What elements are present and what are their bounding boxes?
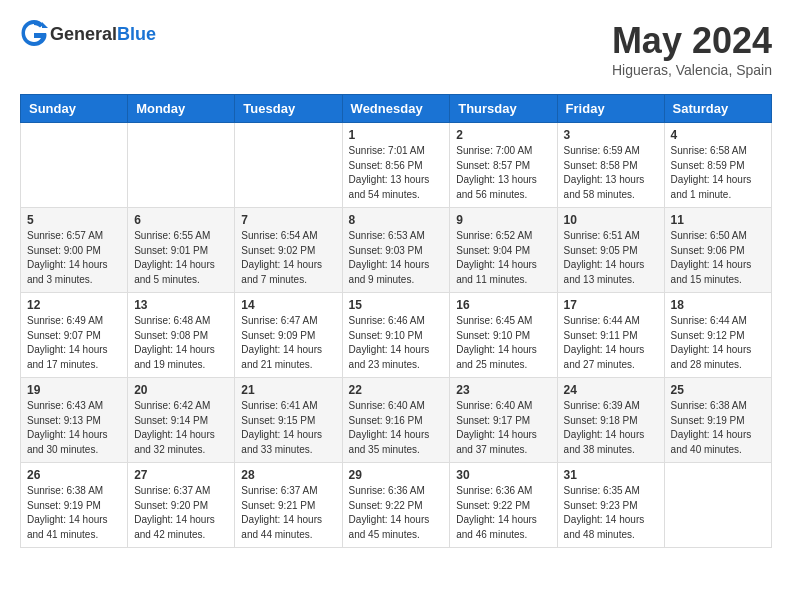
day-cell-3-3: 14Sunrise: 6:47 AMSunset: 9:09 PMDayligh… — [235, 293, 342, 378]
day-info: Sunrise: 6:38 AMSunset: 9:19 PMDaylight:… — [27, 484, 121, 542]
logo-icon — [20, 20, 48, 48]
day-info: Sunrise: 6:49 AMSunset: 9:07 PMDaylight:… — [27, 314, 121, 372]
logo-general: General — [50, 24, 117, 44]
day-number: 5 — [27, 213, 121, 227]
days-of-week-row: Sunday Monday Tuesday Wednesday Thursday… — [21, 95, 772, 123]
day-info: Sunrise: 6:43 AMSunset: 9:13 PMDaylight:… — [27, 399, 121, 457]
day-cell-4-2: 20Sunrise: 6:42 AMSunset: 9:14 PMDayligh… — [128, 378, 235, 463]
day-cell-1-1 — [21, 123, 128, 208]
day-cell-5-7 — [664, 463, 771, 548]
day-number: 19 — [27, 383, 121, 397]
day-number: 26 — [27, 468, 121, 482]
day-info: Sunrise: 6:51 AMSunset: 9:05 PMDaylight:… — [564, 229, 658, 287]
day-cell-4-4: 22Sunrise: 6:40 AMSunset: 9:16 PMDayligh… — [342, 378, 450, 463]
day-info: Sunrise: 6:53 AMSunset: 9:03 PMDaylight:… — [349, 229, 444, 287]
day-info: Sunrise: 6:37 AMSunset: 9:21 PMDaylight:… — [241, 484, 335, 542]
day-info: Sunrise: 6:54 AMSunset: 9:02 PMDaylight:… — [241, 229, 335, 287]
col-thursday: Thursday — [450, 95, 557, 123]
day-number: 24 — [564, 383, 658, 397]
day-number: 12 — [27, 298, 121, 312]
week-row-2: 5Sunrise: 6:57 AMSunset: 9:00 PMDaylight… — [21, 208, 772, 293]
day-number: 11 — [671, 213, 765, 227]
col-friday: Friday — [557, 95, 664, 123]
day-info: Sunrise: 6:35 AMSunset: 9:23 PMDaylight:… — [564, 484, 658, 542]
day-info: Sunrise: 6:40 AMSunset: 9:17 PMDaylight:… — [456, 399, 550, 457]
day-cell-5-2: 27Sunrise: 6:37 AMSunset: 9:20 PMDayligh… — [128, 463, 235, 548]
day-cell-1-4: 1Sunrise: 7:01 AMSunset: 8:56 PMDaylight… — [342, 123, 450, 208]
day-number: 2 — [456, 128, 550, 142]
day-number: 6 — [134, 213, 228, 227]
day-info: Sunrise: 6:50 AMSunset: 9:06 PMDaylight:… — [671, 229, 765, 287]
calendar-header: Sunday Monday Tuesday Wednesday Thursday… — [21, 95, 772, 123]
day-number: 1 — [349, 128, 444, 142]
day-info: Sunrise: 7:00 AMSunset: 8:57 PMDaylight:… — [456, 144, 550, 202]
calendar-table: Sunday Monday Tuesday Wednesday Thursday… — [20, 94, 772, 548]
day-cell-3-2: 13Sunrise: 6:48 AMSunset: 9:08 PMDayligh… — [128, 293, 235, 378]
day-info: Sunrise: 6:40 AMSunset: 9:16 PMDaylight:… — [349, 399, 444, 457]
day-info: Sunrise: 6:37 AMSunset: 9:20 PMDaylight:… — [134, 484, 228, 542]
col-saturday: Saturday — [664, 95, 771, 123]
day-cell-2-7: 11Sunrise: 6:50 AMSunset: 9:06 PMDayligh… — [664, 208, 771, 293]
day-cell-2-6: 10Sunrise: 6:51 AMSunset: 9:05 PMDayligh… — [557, 208, 664, 293]
day-cell-4-6: 24Sunrise: 6:39 AMSunset: 9:18 PMDayligh… — [557, 378, 664, 463]
week-row-5: 26Sunrise: 6:38 AMSunset: 9:19 PMDayligh… — [21, 463, 772, 548]
day-number: 3 — [564, 128, 658, 142]
day-number: 20 — [134, 383, 228, 397]
day-info: Sunrise: 6:38 AMSunset: 9:19 PMDaylight:… — [671, 399, 765, 457]
day-number: 28 — [241, 468, 335, 482]
day-info: Sunrise: 6:46 AMSunset: 9:10 PMDaylight:… — [349, 314, 444, 372]
day-cell-4-3: 21Sunrise: 6:41 AMSunset: 9:15 PMDayligh… — [235, 378, 342, 463]
day-info: Sunrise: 6:42 AMSunset: 9:14 PMDaylight:… — [134, 399, 228, 457]
day-cell-2-5: 9Sunrise: 6:52 AMSunset: 9:04 PMDaylight… — [450, 208, 557, 293]
day-number: 13 — [134, 298, 228, 312]
week-row-1: 1Sunrise: 7:01 AMSunset: 8:56 PMDaylight… — [21, 123, 772, 208]
day-info: Sunrise: 6:39 AMSunset: 9:18 PMDaylight:… — [564, 399, 658, 457]
day-info: Sunrise: 6:48 AMSunset: 9:08 PMDaylight:… — [134, 314, 228, 372]
day-number: 9 — [456, 213, 550, 227]
day-info: Sunrise: 6:55 AMSunset: 9:01 PMDaylight:… — [134, 229, 228, 287]
day-cell-5-5: 30Sunrise: 6:36 AMSunset: 9:22 PMDayligh… — [450, 463, 557, 548]
day-info: Sunrise: 6:47 AMSunset: 9:09 PMDaylight:… — [241, 314, 335, 372]
day-number: 18 — [671, 298, 765, 312]
day-cell-2-4: 8Sunrise: 6:53 AMSunset: 9:03 PMDaylight… — [342, 208, 450, 293]
day-cell-1-6: 3Sunrise: 6:59 AMSunset: 8:58 PMDaylight… — [557, 123, 664, 208]
day-info: Sunrise: 6:57 AMSunset: 9:00 PMDaylight:… — [27, 229, 121, 287]
day-number: 29 — [349, 468, 444, 482]
day-number: 21 — [241, 383, 335, 397]
day-cell-3-1: 12Sunrise: 6:49 AMSunset: 9:07 PMDayligh… — [21, 293, 128, 378]
day-info: Sunrise: 6:36 AMSunset: 9:22 PMDaylight:… — [349, 484, 444, 542]
day-number: 8 — [349, 213, 444, 227]
day-cell-1-2 — [128, 123, 235, 208]
title-block: May 2024 Higueras, Valencia, Spain — [612, 20, 772, 78]
day-cell-5-6: 31Sunrise: 6:35 AMSunset: 9:23 PMDayligh… — [557, 463, 664, 548]
day-cell-3-5: 16Sunrise: 6:45 AMSunset: 9:10 PMDayligh… — [450, 293, 557, 378]
calendar-body: 1Sunrise: 7:01 AMSunset: 8:56 PMDaylight… — [21, 123, 772, 548]
day-info: Sunrise: 6:44 AMSunset: 9:12 PMDaylight:… — [671, 314, 765, 372]
week-row-4: 19Sunrise: 6:43 AMSunset: 9:13 PMDayligh… — [21, 378, 772, 463]
day-cell-1-5: 2Sunrise: 7:00 AMSunset: 8:57 PMDaylight… — [450, 123, 557, 208]
day-info: Sunrise: 6:44 AMSunset: 9:11 PMDaylight:… — [564, 314, 658, 372]
month-year: May 2024 — [612, 20, 772, 62]
day-info: Sunrise: 6:36 AMSunset: 9:22 PMDaylight:… — [456, 484, 550, 542]
day-number: 15 — [349, 298, 444, 312]
day-info: Sunrise: 6:52 AMSunset: 9:04 PMDaylight:… — [456, 229, 550, 287]
day-number: 10 — [564, 213, 658, 227]
day-number: 4 — [671, 128, 765, 142]
day-info: Sunrise: 6:59 AMSunset: 8:58 PMDaylight:… — [564, 144, 658, 202]
day-number: 7 — [241, 213, 335, 227]
day-info: Sunrise: 6:41 AMSunset: 9:15 PMDaylight:… — [241, 399, 335, 457]
day-cell-3-4: 15Sunrise: 6:46 AMSunset: 9:10 PMDayligh… — [342, 293, 450, 378]
logo: GeneralBlue — [20, 20, 156, 48]
day-number: 22 — [349, 383, 444, 397]
col-wednesday: Wednesday — [342, 95, 450, 123]
day-cell-5-4: 29Sunrise: 6:36 AMSunset: 9:22 PMDayligh… — [342, 463, 450, 548]
logo-blue: Blue — [117, 24, 156, 44]
col-tuesday: Tuesday — [235, 95, 342, 123]
day-cell-3-7: 18Sunrise: 6:44 AMSunset: 9:12 PMDayligh… — [664, 293, 771, 378]
day-cell-2-2: 6Sunrise: 6:55 AMSunset: 9:01 PMDaylight… — [128, 208, 235, 293]
day-cell-4-7: 25Sunrise: 6:38 AMSunset: 9:19 PMDayligh… — [664, 378, 771, 463]
day-info: Sunrise: 6:58 AMSunset: 8:59 PMDaylight:… — [671, 144, 765, 202]
day-number: 23 — [456, 383, 550, 397]
day-cell-2-3: 7Sunrise: 6:54 AMSunset: 9:02 PMDaylight… — [235, 208, 342, 293]
day-cell-1-3 — [235, 123, 342, 208]
